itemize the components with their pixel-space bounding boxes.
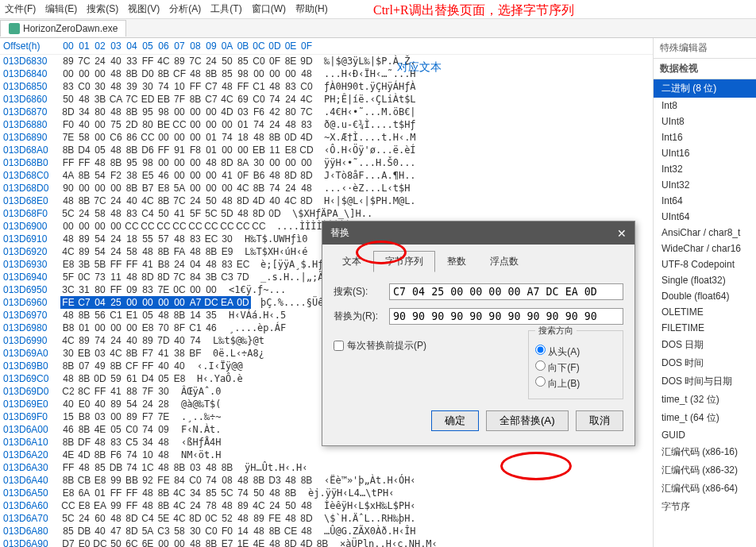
bytes-cell[interactable]: 488B0D5961D405E8 bbox=[60, 372, 187, 385]
type-item[interactable]: 字节序 bbox=[654, 498, 756, 516]
bytes-cell[interactable]: 00000000CCCCCCCCCCCCCCCCCC bbox=[60, 220, 267, 233]
bytes-cell[interactable]: 8BCBE899BB92FE84C07408488BD3488B bbox=[60, 474, 314, 487]
bytes-cell[interactable]: 488B56C1E105488B1435 bbox=[60, 309, 219, 322]
bytes-cell[interactable]: CCE8EA99FF488B4C247848894C245048 bbox=[60, 499, 314, 512]
file-tab[interactable]: HorizonZeroDawn.exe bbox=[0, 20, 126, 37]
dialog-tab[interactable]: 浮点数 bbox=[478, 251, 530, 272]
type-item[interactable]: DOS 时间与日期 bbox=[654, 372, 756, 391]
bytes-cell[interactable]: 4C89742440897D4074 bbox=[60, 334, 203, 347]
hex-row[interactable]: 013D6A60CCE8EA99FF488B4C247848894C245048… bbox=[0, 499, 653, 512]
bytes-cell[interactable]: 85DB40478D5AC35830C0F014488BCE48 bbox=[60, 525, 314, 537]
dialog-tab[interactable]: 整数 bbox=[435, 251, 478, 272]
dir-from-top[interactable]: 从头(A) bbox=[535, 345, 616, 359]
hex-row[interactable]: 013D686050483BCA7CEDEB7F8BC74C69C074244C… bbox=[0, 93, 653, 106]
type-item[interactable]: UInt8 bbox=[654, 114, 756, 129]
hex-row[interactable]: 013D68907E5800C686CC000000017418488B0D4D… bbox=[0, 131, 653, 144]
hex-row[interactable]: 013D68B0FFFF488B9598000000488D8A30000000… bbox=[0, 156, 653, 169]
type-item[interactable]: UTF-8 Codepoint bbox=[654, 256, 756, 272]
bytes-cell[interactable]: 5F0C7311488D8D7C843BC37D bbox=[60, 271, 251, 283]
menu-item[interactable]: 窗口(W) bbox=[252, 2, 286, 16]
type-item[interactable]: 二进制 (8 位) bbox=[654, 79, 756, 98]
type-item[interactable]: Int8 bbox=[654, 98, 756, 114]
type-item[interactable]: Int16 bbox=[654, 129, 756, 145]
type-item[interactable]: GUID bbox=[654, 427, 756, 443]
replace-all-button[interactable]: 全部替换(A) bbox=[486, 410, 569, 431]
bytes-cell[interactable]: 8B07498BCFFF4040 bbox=[60, 360, 187, 372]
close-icon[interactable]: ✕ bbox=[617, 227, 627, 240]
hex-row[interactable]: 013D68D0900000008BB7E85A0000004C8B742448… bbox=[0, 182, 653, 195]
type-item[interactable]: FILETIME bbox=[654, 320, 756, 336]
dir-up[interactable]: 向上(B) bbox=[535, 376, 616, 391]
dialog-tab[interactable]: 字节序列 bbox=[373, 251, 435, 272]
hex-row[interactable]: 013D6880F04000752D80BECC0000000174244883… bbox=[0, 118, 653, 131]
bytes-cell[interactable]: 897C244033FF4C897C245085C00F8E9D bbox=[60, 55, 314, 67]
type-item[interactable]: DOS 时间 bbox=[654, 354, 756, 372]
bytes-cell[interactable]: 3C3180FF09837E0C0000 bbox=[60, 283, 219, 296]
hex-row[interactable]: 013D68C04A8B54F238E546000000410FB6488D8D… bbox=[0, 169, 653, 182]
bytes-cell[interactable]: 5C2460488DC45E4C8D0C524889FE488D bbox=[60, 512, 314, 525]
type-item[interactable]: Single (float32) bbox=[654, 272, 756, 288]
bytes-cell[interactable]: 4C89542458488BFA488BE9 bbox=[60, 245, 235, 258]
dir-down[interactable]: 向下(F) bbox=[535, 360, 616, 375]
type-item[interactable]: UInt32 bbox=[654, 177, 756, 193]
ok-button[interactable]: 确定 bbox=[431, 410, 479, 431]
type-item[interactable]: WideChar / char16 bbox=[654, 241, 756, 256]
bytes-cell[interactable]: F04000752D80BECC0000000174244883 bbox=[60, 118, 314, 131]
bytes-cell[interactable]: 40E04089542428 bbox=[60, 398, 172, 410]
hex-row[interactable]: 013D68E0488B7C24404C8B7C2450488D4D404C8D… bbox=[0, 195, 653, 207]
bytes-cell[interactable]: 8BDF4883C53448 bbox=[60, 436, 172, 449]
dialog-tab[interactable]: 文本 bbox=[330, 251, 373, 272]
type-item[interactable]: 汇编代码 (x86-64) bbox=[654, 480, 756, 498]
bytes-cell[interactable]: 4A8B54F238E546000000410FB6488D8D bbox=[60, 169, 314, 182]
bytes-cell[interactable]: 488B7C24404C8B7C2450488D4D404C8D bbox=[60, 195, 314, 207]
menu-item[interactable]: 编辑(E) bbox=[45, 2, 77, 16]
bytes-cell[interactable]: 30EB034C8BF74138BF bbox=[60, 347, 203, 360]
type-item[interactable]: 汇编代码 (x86-32) bbox=[654, 461, 756, 480]
bytes-cell[interactable]: E83B5BFFFF41B824044883EC bbox=[60, 258, 251, 271]
bytes-cell[interactable]: E86A01FFFF488B4C34855C7450488B bbox=[60, 487, 299, 499]
bytes-cell[interactable]: 8BD405488BD6FF91F8010000EB11E8CD bbox=[60, 144, 314, 156]
menu-item[interactable]: 搜索(S) bbox=[87, 2, 118, 16]
type-item[interactable]: AnsiChar / char8_t bbox=[654, 225, 756, 241]
bytes-cell[interactable]: 5C24584883C450415F5C5D488D0D bbox=[60, 207, 283, 220]
bytes-cell[interactable]: 000000488BD08BCF488B859800000048 bbox=[60, 67, 314, 80]
bytes-cell[interactable]: C28CFF41887F30 bbox=[60, 385, 172, 398]
hex-row[interactable]: 013D6A408BCBE899BB92FE84C07408488BD3488B… bbox=[0, 474, 653, 487]
bytes-cell[interactable]: FF4885DB741C488B03488B bbox=[60, 461, 235, 474]
type-item[interactable]: Double (float64) bbox=[654, 288, 756, 304]
bytes-cell[interactable]: B801000000E8708FC146 bbox=[60, 322, 219, 334]
hex-row[interactable]: 013D68F05C24584883C450415F5C5D488D0D\$XH… bbox=[0, 207, 653, 220]
hex-row[interactable]: 013D6A90D7E0DC506C6E0000488BE71E4E488D4D… bbox=[0, 537, 653, 547]
type-item[interactable]: UInt64 bbox=[654, 209, 756, 225]
type-item[interactable]: OLETIME bbox=[654, 304, 756, 320]
hex-row[interactable]: 013D6A50E86A01FFFF488B4C34855C7450488Bèj… bbox=[0, 487, 653, 499]
bytes-cell[interactable]: 15B8030089F77E bbox=[60, 410, 172, 423]
type-item[interactable]: UInt16 bbox=[654, 145, 756, 161]
type-item[interactable]: DOS 日期 bbox=[654, 336, 756, 354]
menu-item[interactable]: 视图(V) bbox=[128, 2, 160, 16]
hex-row[interactable]: 013D685083C0304839307410FFC748FFC14883C0… bbox=[0, 80, 653, 93]
bytes-cell[interactable]: 468B4E05C07409 bbox=[60, 423, 172, 436]
replace-input[interactable] bbox=[389, 308, 623, 325]
prompt-checkbox[interactable] bbox=[334, 341, 344, 351]
type-item[interactable]: time_t (64 位) bbox=[654, 409, 756, 427]
hex-row[interactable]: 013D6A705C2460488DC45E4C8D0C524889FE488D… bbox=[0, 512, 653, 525]
hex-row[interactable]: 013D6A204E4D8BF6741048NM‹öt.H bbox=[0, 449, 653, 461]
hex-row[interactable]: 013D68A08BD405488BD6FF91F8010000EB11E8CD… bbox=[0, 144, 653, 156]
bytes-cell[interactable]: 900000008BB7E85A0000004C8B742448 bbox=[60, 182, 314, 195]
type-item[interactable]: Int64 bbox=[654, 193, 756, 209]
bytes-cell[interactable]: FEC7042500000000A7DCEA0D bbox=[60, 296, 251, 309]
bytes-cell[interactable]: D7E0DC506C6E0000488BE71E4E488D4D8B bbox=[60, 537, 330, 547]
search-input[interactable] bbox=[389, 283, 623, 300]
menu-item[interactable]: 分析(A) bbox=[169, 2, 201, 16]
menu-item[interactable]: 文件(F) bbox=[5, 2, 36, 16]
type-item[interactable]: 汇编代码 (x86-16) bbox=[654, 443, 756, 461]
bytes-cell[interactable]: 83C0304839307410FFC748FFC14883C0 bbox=[60, 80, 314, 93]
type-item[interactable]: time_t (32 位) bbox=[654, 391, 756, 409]
bytes-cell[interactable]: FFFF488B9598000000488D8A30000000 bbox=[60, 156, 314, 169]
bytes-cell[interactable]: 488954241855574883EC30 bbox=[60, 233, 235, 245]
bytes-cell[interactable]: 50483BCA7CEDEB7F8BC74C69C074244C bbox=[60, 93, 314, 106]
menu-item[interactable]: 帮助(H) bbox=[295, 2, 328, 16]
hex-row[interactable]: 013D6840000000488BD08BCF488B859800000048… bbox=[0, 67, 653, 80]
menu-item[interactable]: 工具(T) bbox=[210, 2, 241, 16]
